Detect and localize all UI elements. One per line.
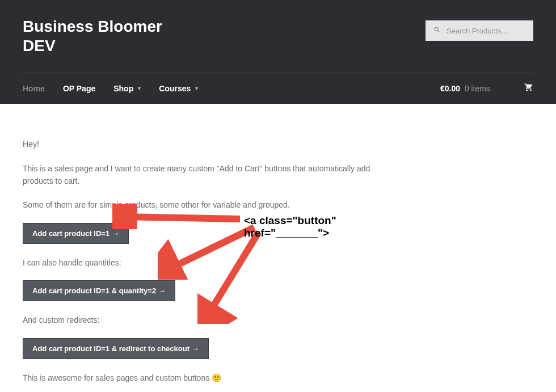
search-input[interactable]	[447, 27, 525, 35]
search-box[interactable]	[426, 20, 533, 41]
paragraph: I can also handle quantities:	[23, 256, 397, 269]
nav-home[interactable]: Home	[23, 84, 45, 93]
nav-shop-label: Shop	[113, 84, 133, 93]
page-content: Hey! This is a sales page and I want to …	[0, 104, 420, 392]
smile-emoji: 🙂	[212, 373, 221, 382]
paragraph: And custom redirects:	[23, 314, 397, 326]
cart-summary[interactable]: €0.00 0 items	[440, 84, 490, 93]
paragraph: Some of them are for simple products, so…	[23, 199, 397, 211]
svg-line-1	[124, 217, 240, 219]
add-cart-id1-checkout-button[interactable]: Add cart product ID=1 & redirect to chec…	[23, 338, 209, 359]
site-title[interactable]: Business Bloomer DEV	[23, 17, 165, 55]
annotation-code-text: <a class="button" href="_______">	[244, 214, 420, 239]
add-cart-id1-qty2-button[interactable]: Add cart product ID=1 & quantity=2 →	[23, 280, 175, 301]
cart-icon[interactable]	[524, 83, 533, 94]
chevron-down-icon: ▾	[195, 85, 198, 91]
cart-total: €0.00	[440, 84, 460, 93]
paragraph: Hey!	[23, 138, 397, 150]
nav-courses[interactable]: Courses ▾	[159, 84, 198, 93]
paragraph: This is awesome for sales pages and cust…	[23, 372, 397, 384]
search-icon	[433, 26, 441, 35]
nav-courses-label: Courses	[159, 84, 191, 93]
paragraph: This is a sales page and I want to creat…	[23, 162, 397, 188]
svg-line-5	[208, 232, 259, 315]
nav-shop[interactable]: Shop ▾	[113, 84, 141, 93]
chevron-down-icon: ▾	[138, 85, 141, 91]
annotation-arrow-3	[197, 227, 266, 324]
nav-op-page[interactable]: OP Page	[63, 84, 95, 93]
add-cart-id1-button[interactable]: Add cart product ID=1 →	[23, 223, 129, 244]
cart-items: 0 items	[465, 84, 490, 93]
